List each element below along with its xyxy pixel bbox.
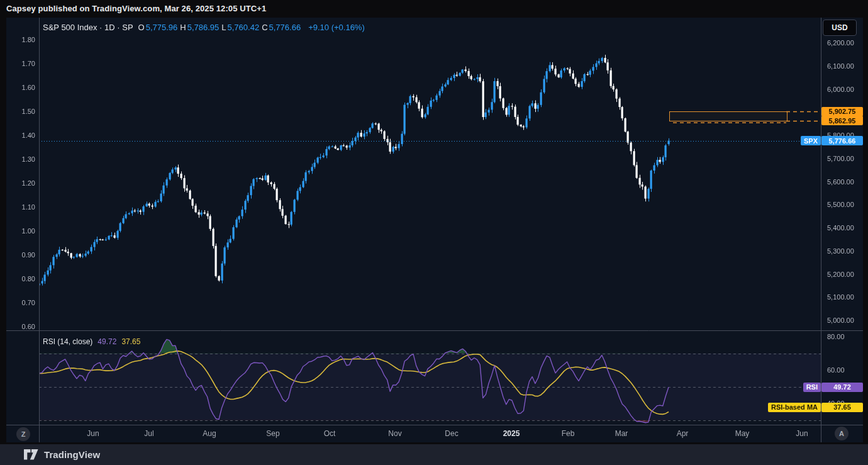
tradingview-brand-text: TradingView (44, 449, 100, 460)
rsi-ma-value-label: 37.65 (821, 403, 863, 412)
ohlc-item: O5,775.96 (138, 23, 178, 32)
left-axis-tick: 0.70 (6, 299, 35, 307)
time-axis-tick: Feb (562, 429, 575, 438)
left-axis-tick: 1.40 (6, 132, 35, 140)
rsi-ma-legend-value: 37.65 (121, 337, 140, 346)
left-axis-tick: 1.30 (6, 155, 35, 164)
right-axis-tick: 5,500.00 (827, 201, 854, 209)
zone-top-price-label: 5,902.75 (821, 107, 863, 116)
time-axis-tick: Jun (796, 429, 808, 438)
rsi-value-label: 49.72 (821, 383, 863, 392)
left-axis-tick: 1.00 (6, 227, 35, 235)
time-axis-tick: Nov (388, 429, 401, 438)
tradingview-link[interactable]: TradingView (24, 449, 100, 460)
time-axis-tick: Sep (266, 429, 279, 438)
right-axis-tick: 5,200.00 (827, 271, 854, 279)
left-axis-tick: 1.70 (6, 60, 35, 68)
time-axis-tick: 2025 (503, 429, 520, 438)
left-axis-tick: 1.20 (6, 179, 35, 188)
rsi-legend: RSI (14, close) 49.72 37.65 (43, 337, 140, 346)
ohlc-value: 5,786.95 (187, 23, 220, 32)
last-price-label: 5,776.66 (821, 136, 863, 145)
ohlc-letter: O (138, 23, 145, 32)
rsi-title[interactable]: RSI (14, close) (43, 337, 92, 346)
ohlc-value: 5,776.66 (269, 23, 301, 32)
supply-zone-rectangle[interactable] (669, 111, 787, 121)
rsi-axis-tick: 80.00 (827, 333, 845, 341)
ohlc-letter: H (180, 23, 186, 32)
right-axis-tick: 6,200.00 (827, 39, 854, 47)
left-axis-tick: 1.10 (6, 203, 35, 211)
time-axis-tick: Jun (87, 429, 99, 438)
right-axis-tick: 5,400.00 (827, 224, 854, 232)
time-scale[interactable]: JunJulAugSepOctNovDec2025FebMarAprMayJun (6, 429, 863, 442)
time-axis-tick: May (735, 429, 750, 438)
right-axis-tick: 5,000.00 (827, 317, 854, 325)
ohlc-values: O5,775.96H5,786.95L5,760.42C5,776.66 (138, 23, 304, 32)
ohlc-item: L5,760.42 (221, 23, 259, 32)
tradingview-snapshot: Capsey published on TradingView.com, Mar… (0, 0, 868, 465)
tradingview-logo-icon (24, 449, 38, 460)
left-axis-tick: 1.60 (6, 84, 35, 92)
time-axis-tick: Apr (677, 429, 689, 438)
left-axis-tick: 0.90 (6, 251, 35, 259)
left-axis-tick: 0.60 (6, 323, 35, 331)
symbol-title[interactable]: S&P 500 Index · 1D · SP (43, 23, 133, 32)
price-chart-canvas[interactable] (6, 18, 863, 442)
footer-bar: TradingView (0, 444, 868, 465)
timezone-button[interactable]: Z (16, 427, 30, 441)
rsi-axis-tick: 60.00 (827, 366, 845, 374)
right-axis-tick: 6,000.00 (827, 86, 854, 94)
ohlc-item: C5,776.66 (262, 23, 301, 32)
right-axis-tick: 5,100.00 (827, 293, 854, 301)
right-axis-tick: 5,700.00 (827, 155, 854, 163)
ohlc-letter: L (221, 23, 226, 32)
ohlc-value: 5,760.42 (228, 23, 260, 32)
rsi-ma-tag: RSI-based MA (768, 403, 821, 412)
left-axis-tick: 0.80 (6, 275, 35, 283)
change-value: +9.10 (+0.16%) (308, 23, 365, 32)
publish-header: Capsey published on TradingView.com, Mar… (6, 4, 266, 16)
chart-panel: S&P 500 Index · 1D · SP O5,775.96H5,786.… (6, 18, 863, 442)
left-axis-tick: 1.80 (6, 36, 35, 44)
right-axis-tick: 6,100.00 (827, 62, 854, 70)
time-axis-tick: Oct (324, 429, 336, 438)
ohlc-letter: C (262, 23, 267, 32)
left-axis-tick: 1.50 (6, 108, 35, 116)
ohlc-value: 5,775.96 (146, 23, 178, 32)
right-axis-tick: 5,300.00 (827, 247, 854, 255)
zone-bottom-price-label: 5,862.95 (821, 116, 863, 125)
right-axis-tick: 5,600.00 (827, 178, 854, 186)
rsi-legend-value: 49.72 (97, 337, 116, 346)
publish-line: Capsey published on TradingView.com, Mar… (6, 4, 266, 13)
time-axis-tick: Mar (615, 429, 628, 438)
rsi-tag: RSI (803, 383, 821, 392)
time-axis-tick: Jul (144, 429, 153, 438)
ohlc-item: H5,786.95 (180, 23, 219, 32)
symbol-legend: S&P 500 Index · 1D · SP O5,775.96H5,786.… (43, 23, 365, 32)
currency-button[interactable]: USD (823, 20, 857, 36)
time-axis-tick: Aug (203, 429, 216, 438)
auto-scale-button[interactable]: A (835, 427, 849, 440)
last-price-symbol-tag: SPX (801, 136, 821, 145)
time-axis-tick: Dec (445, 429, 458, 438)
